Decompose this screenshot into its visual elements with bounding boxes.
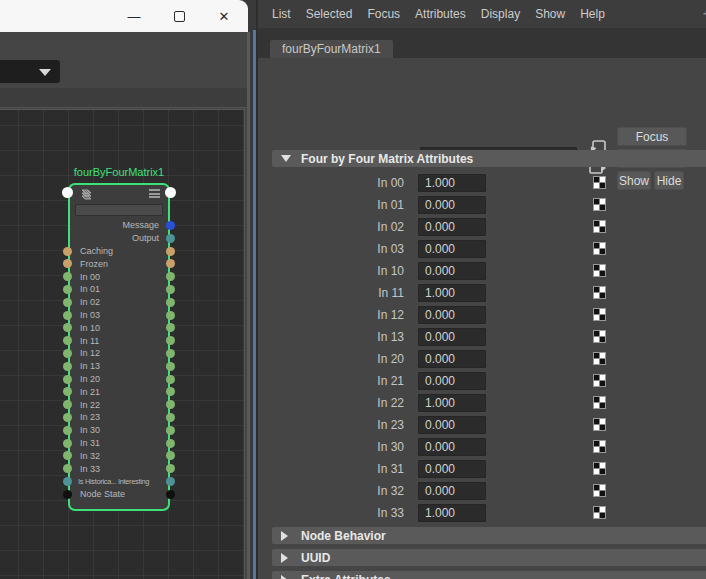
value-input[interactable]: 0.000	[418, 328, 486, 346]
port-dot[interactable]	[166, 221, 175, 230]
texture-map-icon[interactable]	[593, 374, 606, 387]
node-row[interactable]: Message	[70, 219, 168, 232]
value-input[interactable]: 1.000	[418, 504, 486, 522]
node-row[interactable]: Node State	[70, 488, 168, 501]
port-dot[interactable]	[63, 490, 72, 499]
texture-map-icon[interactable]	[593, 330, 606, 343]
port-dot[interactable]	[166, 349, 175, 358]
port-dot[interactable]	[63, 285, 72, 294]
port-dot[interactable]	[63, 336, 72, 345]
port-dot[interactable]	[63, 247, 72, 256]
menu-display[interactable]: Display	[481, 7, 520, 21]
value-input[interactable]: 1.000	[418, 284, 486, 302]
texture-map-icon[interactable]	[593, 308, 606, 321]
value-input[interactable]: 0.000	[418, 240, 486, 258]
value-input[interactable]: 0.000	[418, 350, 486, 368]
port-dot[interactable]	[63, 400, 72, 409]
port-dot[interactable]	[166, 311, 175, 320]
texture-map-icon[interactable]	[593, 286, 606, 299]
texture-map-icon[interactable]	[593, 484, 606, 497]
port-dot[interactable]	[166, 259, 175, 268]
value-input[interactable]: 1.000	[418, 174, 486, 192]
maximize-icon[interactable]	[171, 8, 187, 24]
node-editor-titlebar[interactable]: — ✕	[0, 0, 248, 32]
port-dot[interactable]	[166, 464, 175, 473]
texture-map-icon[interactable]	[593, 220, 606, 233]
port-dot[interactable]	[166, 400, 175, 409]
focus-button[interactable]: Focus	[617, 127, 687, 146]
texture-map-icon[interactable]	[593, 242, 606, 255]
menu-attributes[interactable]: Attributes	[415, 7, 466, 21]
port-dot[interactable]	[63, 349, 72, 358]
texture-map-icon[interactable]	[593, 440, 606, 453]
node-input-handle[interactable]	[62, 187, 73, 198]
node-rename-field[interactable]	[75, 204, 163, 216]
node-row[interactable]: Caching	[70, 245, 168, 258]
node-row[interactable]: In 33	[70, 462, 168, 475]
node-row[interactable]: In 32	[70, 449, 168, 462]
port-dot[interactable]	[63, 464, 72, 473]
value-input[interactable]: 0.000	[418, 218, 486, 236]
menu-show[interactable]: Show	[535, 7, 565, 21]
four-by-four-matrix-node[interactable]: Message Output Caching Frozen	[68, 183, 170, 511]
texture-map-icon[interactable]	[593, 462, 606, 475]
port-dot[interactable]	[63, 426, 72, 435]
node-row[interactable]: In 03	[70, 309, 168, 322]
close-icon[interactable]: ✕	[216, 8, 232, 24]
value-input[interactable]: 0.000	[418, 262, 486, 280]
port-dot[interactable]	[63, 259, 72, 268]
texture-map-icon[interactable]	[593, 506, 606, 519]
texture-map-icon[interactable]	[593, 176, 606, 189]
port-dot[interactable]	[63, 477, 72, 486]
port-dot[interactable]	[166, 439, 175, 448]
value-input[interactable]: 0.000	[418, 438, 486, 456]
port-dot[interactable]	[166, 234, 175, 243]
port-dot[interactable]	[63, 272, 72, 281]
port-dot[interactable]	[63, 362, 72, 371]
section-uuid[interactable]: UUID	[272, 549, 706, 566]
texture-map-icon[interactable]	[593, 418, 606, 431]
port-dot[interactable]	[63, 387, 72, 396]
value-input[interactable]: 0.000	[418, 482, 486, 500]
port-dot[interactable]	[166, 375, 175, 384]
port-dot[interactable]	[63, 323, 72, 332]
node-row[interactable]: Frozen	[70, 257, 168, 270]
node-row[interactable]: In 11	[70, 334, 168, 347]
texture-map-icon[interactable]	[593, 264, 606, 277]
port-dot[interactable]	[166, 323, 175, 332]
menu-selected[interactable]: Selected	[306, 7, 353, 21]
section-extra-attributes[interactable]: Extra Attributes	[272, 571, 706, 579]
value-input[interactable]: 0.000	[418, 196, 486, 214]
port-dot[interactable]	[166, 298, 175, 307]
node-row[interactable]: In 01	[70, 283, 168, 296]
port-dot[interactable]	[63, 298, 72, 307]
node-header[interactable]	[70, 185, 168, 203]
port-dot[interactable]	[166, 387, 175, 396]
texture-map-icon[interactable]	[593, 352, 606, 365]
value-input[interactable]: 0.000	[418, 372, 486, 390]
port-dot[interactable]	[63, 413, 72, 422]
node-row[interactable]: In 21	[70, 385, 168, 398]
menu-focus[interactable]: Focus	[367, 7, 400, 21]
section-four-by-four-matrix-attributes[interactable]: Four by Four Matrix Attributes	[272, 150, 706, 167]
port-dot[interactable]	[166, 362, 175, 371]
port-dot[interactable]	[63, 439, 72, 448]
node-row[interactable]: Output	[70, 232, 168, 245]
minimize-icon[interactable]: —	[126, 8, 142, 24]
node-row[interactable]: In 30	[70, 424, 168, 437]
section-node-behavior[interactable]: Node Behavior	[272, 527, 706, 544]
menu-overflow-icon[interactable]: »	[699, 6, 706, 21]
value-input[interactable]: 0.000	[418, 460, 486, 478]
port-dot[interactable]	[166, 413, 175, 422]
value-input[interactable]: 0.000	[418, 416, 486, 434]
node-output-handle[interactable]	[165, 187, 176, 198]
port-dot[interactable]	[166, 477, 175, 486]
node-row[interactable]: In 22	[70, 398, 168, 411]
menu-help[interactable]: Help	[580, 7, 605, 21]
node-menu-icon[interactable]	[149, 189, 160, 200]
node-row[interactable]: Is Historica... Interesting	[70, 475, 168, 488]
node-graph-canvas[interactable]: fourByFourMatrix1	[0, 109, 245, 579]
node-editor-dropdown[interactable]	[0, 60, 60, 83]
port-dot[interactable]	[63, 311, 72, 320]
port-dot[interactable]	[166, 247, 175, 256]
